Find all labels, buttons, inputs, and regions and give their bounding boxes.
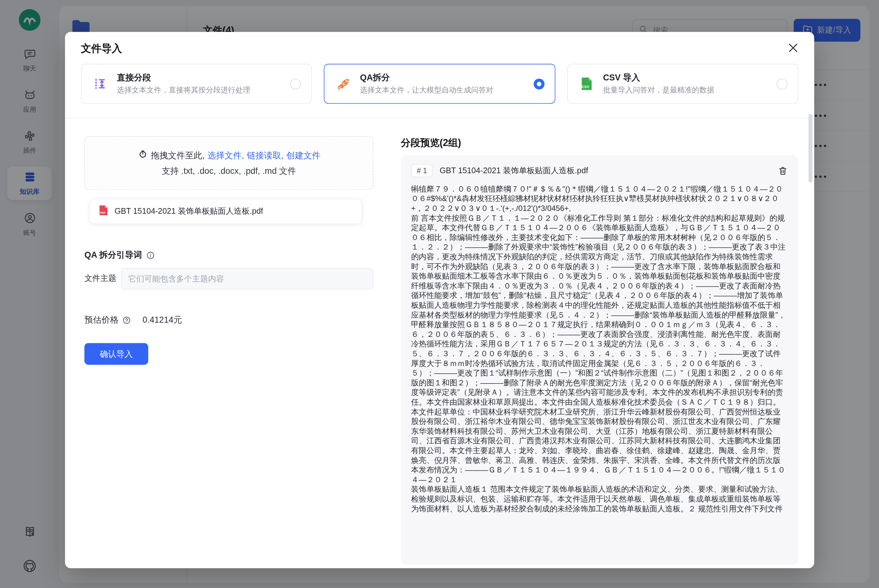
radio-csv-import[interactable] (777, 78, 787, 89)
preview-title: 分段预览(2组) (401, 136, 798, 149)
segment-icon (92, 76, 109, 91)
csv-file-icon: CSV (578, 76, 595, 91)
import-mode-options: 直接分段 选择文本文件，直接将其按分段进行处理 QA拆分 选择文本文件，让大模型… (81, 64, 798, 104)
info-icon[interactable] (146, 250, 155, 260)
radio-qa-split[interactable] (533, 78, 544, 89)
trash-icon[interactable] (778, 166, 788, 176)
qa-guide-label: QA 拆分引导词 (84, 249, 142, 260)
dialog-title: 文件导入 (81, 42, 122, 55)
mode-desc: 选择文本文件，直接将其按分段进行处理 (117, 85, 250, 95)
choose-file-link[interactable]: 选择文件, (207, 150, 244, 161)
svg-text:PDF: PDF (100, 211, 105, 214)
dialog-scrollbar-thumb[interactable] (808, 114, 813, 182)
supported-formats-text: 支持 .txt, .doc, .docx, .pdf, .md 文件 (162, 166, 296, 177)
preview-paragraph: 犐犆犛７９．０６０犆犆犛犅７０!"＃＄％＆''()＊犌犅／犜１５１０４—２０２１… (411, 184, 788, 213)
topic-field-row: 文件主题 (84, 268, 373, 290)
pdf-file-icon: PDF (98, 204, 109, 219)
preview-paragraph: 前 言本文件按照ＧＢ／Ｔ１．１—２０２０《标准化工作导则 第１部分：标准化文件的… (411, 213, 788, 484)
uploaded-file-name: GBT 15104-2021 装饰单板贴面人造板.pdf (115, 207, 263, 217)
topic-label: 文件主题 (84, 274, 121, 284)
price-row: 预估价格 0.41214元 (84, 315, 373, 326)
upload-dropzone[interactable]: 拖拽文件至此, 选择文件, 链接读取, 创建文件 支持 .txt, .doc, … (84, 136, 373, 190)
qa-guide-label-row: QA 拆分引导词 (84, 249, 373, 260)
import-config-column: 拖拽文件至此, 选择文件, 链接读取, 创建文件 支持 .txt, .doc, … (84, 136, 373, 365)
preview-file-name: GBT 15104-2021 装饰单板贴面人造板.pdf (440, 166, 771, 176)
question-icon[interactable] (122, 315, 131, 324)
create-file-link[interactable]: 创建文件 (286, 150, 320, 161)
uploaded-file-item[interactable]: PDF GBT 15104-2021 装饰单板贴面人造板.pdf (90, 200, 361, 224)
drag-text: 拖拽文件至此, (151, 150, 205, 161)
radio-direct-segment[interactable] (290, 78, 301, 89)
preview-paragraph: 装饰单板贴面人造板１ 范围本文件规定了装饰单板贴面人造板的术语和定义、分类、要求… (411, 484, 788, 514)
mode-csv-import[interactable]: CSV CSV 导入 批量导入问答对，是最精准的数据 (567, 64, 798, 104)
link-read-link[interactable]: 链接读取, (247, 150, 284, 161)
mode-desc: 选择文本文件，让大模型自动生成问答对 (360, 85, 493, 95)
price-label: 预估价格 (84, 315, 119, 326)
segment-index-chip: # 1 (411, 164, 433, 177)
mode-desc: 批量导入问答对，是最精准的数据 (603, 85, 714, 95)
file-import-dialog: 文件导入 直接分段 选择文本文件，直接将其按分段进行处理 QA (65, 32, 814, 568)
mode-title: CSV 导入 (603, 72, 714, 83)
upload-icon (137, 150, 148, 162)
rocket-icon (335, 76, 352, 92)
confirm-import-button[interactable]: 确认导入 (84, 343, 148, 365)
svg-text:CSV: CSV (581, 84, 589, 88)
preview-text: 犐犆犛７９．０６０犆犆犛犅７０!"＃＄％＆''()＊犌犅／犜１５１０４—２０２１… (411, 184, 788, 556)
mode-title: 直接分段 (117, 72, 250, 83)
preview-card: # 1 GBT 15104-2021 装饰单板贴面人造板.pdf 犐犆犛７９．０… (401, 155, 798, 565)
mode-title: QA拆分 (360, 72, 493, 83)
preview-card-header: # 1 GBT 15104-2021 装饰单板贴面人造板.pdf (411, 164, 788, 177)
mode-direct-segment[interactable]: 直接分段 选择文本文件，直接将其按分段进行处理 (81, 64, 313, 104)
close-icon[interactable] (786, 41, 801, 56)
mode-text: QA拆分 选择文本文件，让大模型自动生成问答对 (360, 72, 493, 95)
screen: 聊天 应用 插件 知识 (0, 0, 879, 588)
dialog-divider (65, 118, 814, 119)
topic-input[interactable] (121, 268, 373, 290)
mode-qa-split[interactable]: QA拆分 选择文本文件，让大模型自动生成问答对 (324, 64, 555, 104)
dropzone-line1: 拖拽文件至此, 选择文件, 链接读取, 创建文件 (137, 150, 320, 162)
mode-text: 直接分段 选择文本文件，直接将其按分段进行处理 (117, 72, 250, 95)
mode-text: CSV 导入 批量导入问答对，是最精准的数据 (603, 72, 714, 95)
price-value: 0.41214元 (143, 315, 182, 326)
segment-preview-column: 分段预览(2组) # 1 GBT 15104-2021 装饰单板贴面人造板.pd… (401, 136, 798, 565)
